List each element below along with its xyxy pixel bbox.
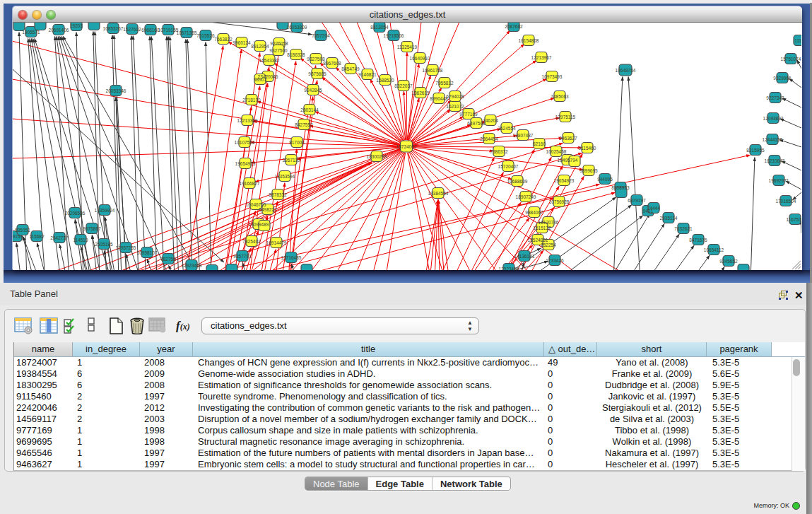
svg-text:7825402: 7825402: [242, 239, 261, 244]
svg-text:16543382: 16543382: [259, 58, 280, 63]
svg-text:8813054: 8813054: [370, 25, 389, 30]
svg-text:9227343: 9227343: [766, 95, 784, 100]
svg-text:3624554: 3624554: [498, 126, 516, 131]
svg-text:7386372: 7386372: [490, 149, 508, 154]
svg-text:9327500: 9327500: [269, 48, 288, 53]
svg-text:18724007: 18724007: [396, 144, 417, 149]
svg-text:12444155: 12444155: [763, 137, 783, 142]
svg-text:11325419: 11325419: [397, 45, 418, 49]
svg-text:8958923: 8958923: [611, 185, 630, 190]
svg-text:8990448: 8990448: [430, 96, 448, 101]
svg-text:817004: 817004: [289, 140, 305, 145]
svg-text:11353594: 11353594: [275, 174, 295, 179]
svg-text:17016504: 17016504: [776, 199, 796, 204]
svg-text:9329966: 9329966: [773, 76, 792, 81]
svg-text:7857204: 7857204: [312, 33, 330, 38]
svg-text:14099489: 14099489: [249, 222, 269, 227]
svg-text:1905571: 1905571: [22, 30, 40, 35]
svg-text:1733426: 1733426: [546, 258, 564, 263]
svg-text:9226058: 9226058: [270, 41, 288, 46]
svg-text:19166827: 19166827: [240, 181, 260, 186]
svg-text:9463627: 9463627: [559, 136, 577, 141]
svg-text:9115460: 9115460: [579, 146, 596, 151]
svg-text:10853267: 10853267: [103, 26, 124, 31]
svg-text:10719155: 10719155: [158, 28, 179, 33]
svg-text:10807487: 10807487: [513, 133, 534, 138]
svg-text:10654112: 10654112: [704, 247, 724, 252]
svg-text:2942737: 2942737: [50, 235, 69, 240]
svg-text:7515526: 7515526: [196, 33, 215, 38]
svg-text:19654925: 19654925: [235, 161, 256, 166]
svg-text:9899695: 9899695: [579, 168, 598, 173]
svg-text:16210643: 16210643: [765, 158, 785, 163]
svg-text:12213369: 12213369: [237, 118, 258, 123]
svg-text:10671355: 10671355: [177, 30, 197, 35]
svg-text:1112: 1112: [794, 38, 801, 43]
svg-text:12093822: 12093822: [763, 116, 784, 121]
svg-text:535051: 535051: [15, 228, 30, 233]
svg-text:8186328: 8186328: [287, 52, 305, 57]
svg-text:16154808: 16154808: [519, 38, 539, 43]
svg-text:746204: 746204: [483, 118, 498, 123]
svg-text:8454749: 8454749: [341, 66, 360, 71]
svg-text:16961758: 16961758: [423, 68, 443, 73]
svg-text:6879197: 6879197: [628, 198, 646, 203]
svg-text:15751074: 15751074: [781, 57, 801, 62]
svg-text:15716485: 15716485: [281, 255, 302, 260]
svg-text:20053346: 20053346: [106, 88, 126, 93]
svg-text:8322037: 8322037: [394, 83, 413, 88]
svg-text:10648784: 10648784: [616, 68, 636, 73]
svg-text:15720407: 15720407: [498, 164, 519, 169]
svg-text:9884067: 9884067: [525, 210, 543, 215]
svg-text:9875685: 9875685: [308, 71, 326, 76]
svg-text:16914479: 16914479: [266, 240, 287, 245]
svg-text:9975867: 9975867: [83, 226, 101, 231]
svg-text:7485063: 7485063: [551, 94, 569, 99]
svg-text:10107554: 10107554: [235, 140, 255, 145]
svg-text:19384554: 19384554: [428, 191, 449, 196]
svg-text:1621072: 1621072: [446, 104, 464, 109]
svg-text:1588520: 1588520: [376, 78, 394, 83]
svg-text:8427552: 8427552: [295, 122, 313, 127]
svg-text:9960124: 9960124: [233, 40, 251, 45]
svg-text:2935114: 2935114: [660, 216, 678, 221]
svg-text:252254: 252254: [541, 243, 556, 247]
svg-text:9242845: 9242845: [304, 88, 322, 93]
svg-text:18907249: 18907249: [516, 194, 536, 199]
svg-text:1527602: 1527602: [123, 27, 141, 32]
svg-text:1615132: 1615132: [533, 226, 551, 230]
svg-text:7955812: 7955812: [435, 81, 454, 86]
svg-text:8215955: 8215955: [746, 148, 765, 153]
svg-text:9327508: 9327508: [307, 57, 325, 62]
svg-text:19892971: 19892971: [769, 178, 789, 183]
svg-text:19203: 19203: [70, 23, 83, 28]
svg-text:16640910: 16640910: [410, 56, 430, 61]
svg-text:18495794: 18495794: [558, 158, 578, 163]
svg-text:6794028: 6794028: [446, 94, 464, 99]
svg-text:9146821: 9146821: [358, 72, 377, 77]
svg-text:8912954: 8912954: [251, 44, 269, 49]
svg-text:6966160: 6966160: [141, 28, 160, 33]
svg-text:10756928: 10756928: [549, 199, 570, 204]
svg-text:16046755: 16046755: [246, 202, 266, 207]
svg-text:2087682: 2087682: [505, 24, 523, 29]
svg-text:39159: 39159: [13, 234, 23, 239]
svg-text:17359924: 17359924: [95, 208, 115, 213]
svg-text:1362615: 1362615: [411, 90, 430, 95]
svg-text:2364454: 2364454: [480, 136, 498, 141]
svg-text:18300295: 18300295: [367, 154, 387, 159]
svg-text:7632621: 7632621: [674, 226, 693, 231]
svg-text:782759: 782759: [160, 257, 176, 262]
svg-text:98901: 98901: [254, 77, 266, 82]
svg-text:16120746: 16120746: [539, 220, 559, 225]
svg-text:14136141: 14136141: [514, 254, 535, 259]
svg-text:10958107: 10958107: [137, 250, 158, 255]
svg-text:12213967: 12213967: [531, 55, 552, 60]
svg-text:8471676: 8471676: [689, 238, 707, 243]
svg-text:10973493: 10973493: [542, 74, 563, 79]
svg-text:16053809: 16053809: [287, 25, 307, 30]
svg-text:9857791: 9857791: [233, 254, 252, 259]
svg-text:3267110: 3267110: [283, 158, 300, 163]
svg-text:944095: 944095: [597, 177, 613, 182]
svg-text:17957255: 17957255: [116, 245, 136, 250]
